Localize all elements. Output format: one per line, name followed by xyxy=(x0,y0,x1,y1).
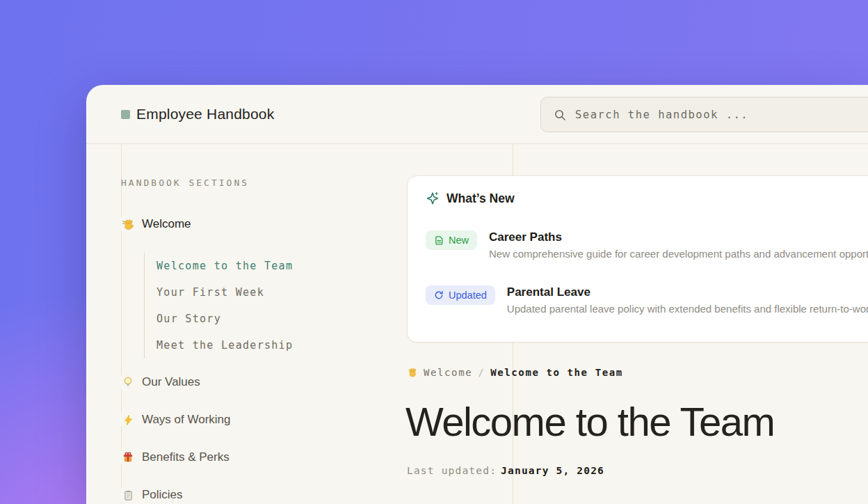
sidebar-item-label: Ways of Working xyxy=(142,413,231,427)
last-updated-value: January 5, 2026 xyxy=(501,465,604,476)
whats-new-item-description: Updated parental leave policy with exten… xyxy=(507,302,868,315)
sparkle-icon xyxy=(426,191,440,205)
last-updated: Last updated:January 5, 2026 xyxy=(407,465,604,476)
file-text-icon xyxy=(434,235,444,245)
search-icon xyxy=(554,109,566,121)
last-updated-label: Last updated: xyxy=(407,465,497,476)
whats-new-item-texts: Career Paths New comprehensive guide for… xyxy=(489,230,868,260)
badge-label: New xyxy=(449,235,469,246)
search-input[interactable] xyxy=(575,109,868,121)
sidebar-item-policies[interactable]: Policies xyxy=(121,486,511,504)
whats-new-item-parental-leave[interactable]: Updated Parental Leave Updated parental … xyxy=(408,285,868,315)
search-box[interactable] xyxy=(540,97,868,132)
whats-new-card: What’s New New Career Paths New comprehe… xyxy=(407,175,868,342)
whats-new-header: What’s New xyxy=(408,176,868,205)
gift-icon xyxy=(121,450,135,464)
badge-label: Updated xyxy=(449,290,487,301)
waving-hand-icon xyxy=(407,367,418,378)
new-badge: New xyxy=(426,230,477,250)
whats-new-item-title: Career Paths xyxy=(489,230,868,244)
refresh-icon xyxy=(434,290,444,300)
breadcrumb-separator: / xyxy=(478,367,485,378)
whats-new-item-career-paths[interactable]: New Career Paths New comprehensive guide… xyxy=(408,230,868,260)
whats-new-title: What’s New xyxy=(447,191,515,206)
sidebar-item-label: Policies xyxy=(142,488,183,502)
waving-hand-icon xyxy=(121,217,135,231)
app-header: Employee Handbook xyxy=(86,85,868,144)
whats-new-item-texts: Parental Leave Updated parental leave po… xyxy=(507,285,868,315)
updated-badge: Updated xyxy=(426,285,495,305)
page-title: Welcome to the Team xyxy=(405,400,774,443)
breadcrumb: Welcome / Welcome to the Team xyxy=(407,366,623,379)
clipboard-icon xyxy=(121,488,135,502)
handbook-app-window: Employee Handbook HANDBOOK SECTIONS xyxy=(86,85,868,504)
app-logo xyxy=(121,110,130,119)
light-bulb-icon xyxy=(121,375,135,389)
app-title: Employee Handbook xyxy=(136,106,274,123)
lightning-bolt-icon xyxy=(121,413,135,427)
breadcrumb-parent[interactable]: Welcome xyxy=(424,367,472,378)
breadcrumb-current: Welcome to the Team xyxy=(490,367,623,378)
sidebar-item-label: Our Values xyxy=(142,375,200,389)
sidebar-item-label: Welcome xyxy=(142,217,191,231)
sidebar-item-label: Benefits & Perks xyxy=(142,450,230,464)
whats-new-item-description: New comprehensive guide for career devel… xyxy=(489,247,868,260)
whats-new-item-title: Parental Leave xyxy=(507,285,868,299)
sidebar-item-benefits-perks[interactable]: Benefits & Perks xyxy=(121,448,511,466)
